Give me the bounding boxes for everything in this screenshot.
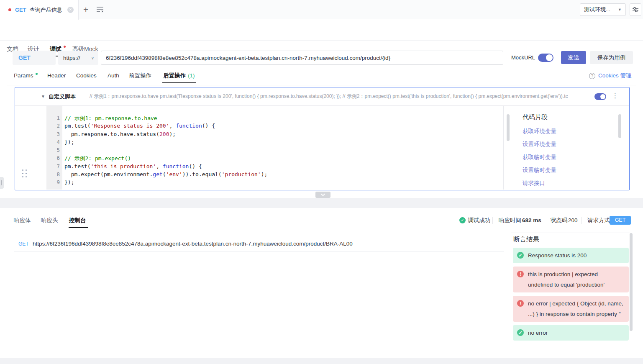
assertion-item: ✓no error [513,325,629,341]
tab-title: 查询产品信息 [30,6,62,14]
doc-nav: 文档 设计 调试 高级Mock [0,19,643,41]
code-line[interactable] [64,147,502,155]
request-method-label: 请求方式 [587,213,610,228]
url-input[interactable] [101,51,503,65]
tab-response-body[interactable]: 响应体 [14,213,31,228]
divider [492,217,493,224]
divider [511,233,630,233]
code-line[interactable]: }); [64,179,502,187]
code-line[interactable]: // 示例1: pm.response.to.have [64,115,502,123]
environment-select[interactable]: 测试环境... ▼ [580,3,626,16]
code-editor[interactable]: // 示例1: pm.response.to.havepm.test('Resp… [62,106,502,190]
params-dot-icon [36,73,38,75]
cookies-manage-link[interactable]: ? Cookies 管理 [589,69,632,82]
chevron-down-icon: ∨ [91,56,94,60]
error-circle-icon: ! [517,271,524,277]
code-snippets-panel: 代码片段 获取环境变量设置环境变量获取临时变量设置临时变量请求接口 [523,113,615,192]
add-tab-icon[interactable]: + [83,4,88,15]
tab-pre-operations[interactable]: 前置操作 [129,69,151,82]
assertion-text: this is production | expected undefined … [528,269,624,290]
sliders-icon [632,6,639,13]
panel-gap [0,198,643,208]
request-tab-strip: GET 查询产品信息 ✕ + 测试环境... ▼ [0,0,643,19]
more-menu-icon[interactable]: ⋮ [612,92,618,100]
custom-script-title: 自定义脚本 [49,93,76,100]
code-line[interactable]: pm.test('Response status is 200', functi… [64,123,502,131]
code-line[interactable]: }); [64,139,502,147]
status-code-label: 状态码 [551,213,568,228]
snippets-scrollbar[interactable] [618,114,621,138]
snippet-link[interactable]: 设置临时变量 [523,167,615,174]
divider [503,106,504,190]
assertion-item: !this is production | expected undefined… [513,267,629,292]
tab-auth[interactable]: Auth [108,69,119,82]
tab-header[interactable]: Header [47,69,66,82]
snippet-link[interactable]: 请求接口 [523,179,615,187]
drag-handle-icon[interactable] [22,169,27,177]
snippet-list: 获取环境变量设置环境变量获取临时变量设置临时变量请求接口 [523,128,615,187]
status-code-value: 200 [568,213,578,228]
divider [582,217,582,224]
success-check-icon: ✓ [459,217,466,223]
snippet-link[interactable]: 获取环境变量 [523,128,615,135]
custom-script-header[interactable]: ▼ 自定义脚本 // 示例1：pm.response.to.have pm.te… [15,87,629,106]
assertion-item: ✓Response status is 200 [513,248,629,263]
script-enabled-toggle[interactable] [594,93,606,100]
code-line[interactable]: // 示例2: pm.expect() [64,155,502,163]
collapsed-sidebar-handle[interactable] [0,177,4,189]
post-operations-count: (1) [188,72,195,79]
tab-cookies[interactable]: Cookies [76,69,97,82]
collapse-panel-handle[interactable] [315,192,330,198]
response-time-label: 响应时间 [499,213,521,228]
assertion-text: Response status is 200 [528,250,624,261]
console-request-url: https://6f236f196ddf439898f8e8ee852c478a… [33,238,353,249]
tab-response-headers[interactable]: 响应头 [41,213,58,228]
tab-post-operations[interactable]: 后置操作(1) [163,69,195,82]
debug-result: 调试成功 [468,213,490,228]
close-all-tabs-icon[interactable] [96,6,104,15]
unsaved-dot-icon [8,8,11,11]
custom-script-summary: // 示例1：pm.response.to.have pm.test('Resp… [90,93,568,100]
error-circle-icon: ! [517,300,524,307]
custom-script-block: ▼ 自定义脚本 // 示例1：pm.response.to.have pm.te… [15,87,630,190]
request-method-badge: GET [610,216,631,225]
toggle-knob [600,94,605,99]
divider [7,85,636,85]
code-line[interactable]: pm.expect(pm.environment.get('env')).to.… [64,171,502,179]
divider [14,251,504,252]
active-tab-underline [162,82,196,83]
divider [7,229,636,229]
assertion-item: !no error | expected { Object (id, name,… [513,296,629,322]
tab-console[interactable]: 控制台 [69,213,86,228]
snippet-link[interactable]: 设置环境变量 [523,141,615,148]
scheme-select-value: https:// [63,55,80,61]
code-gutter: 123456789 [46,106,62,190]
mock-url-toggle[interactable] [538,54,553,62]
method-select[interactable]: GET [13,51,56,65]
request-tab[interactable]: GET 查询产品信息 ✕ [0,0,79,20]
editor-scrollbar[interactable] [507,114,510,141]
response-time-value: 682 ms [522,213,541,228]
tab-params[interactable]: Params [14,69,38,82]
collapse-caret-icon[interactable]: ▼ [41,94,45,99]
page-bottom-margin [0,358,643,364]
code-line[interactable]: pm.test('this is production', function()… [64,163,502,171]
chevron-down-icon: ▼ [618,8,622,12]
check-circle-icon: ✓ [517,252,524,259]
scheme-select[interactable]: https:// ∨ [58,51,98,65]
snippets-title: 代码片段 [523,113,615,121]
send-button[interactable]: 发送 [561,51,586,64]
tab-method-label: GET [15,7,26,13]
assertion-text: no error [528,328,624,338]
unsaved-dot-icon [64,46,66,48]
close-tab-icon[interactable]: ✕ [67,7,74,13]
environment-settings-button[interactable] [630,3,641,16]
assertions-scrollbar[interactable] [630,233,633,331]
divider [511,233,511,342]
assertion-text: no error | expected { Object (id, name, … [528,298,624,319]
help-circle-icon: ? [589,73,595,79]
snippet-link[interactable]: 获取临时变量 [523,154,615,161]
save-as-case-button[interactable]: 保存为用例 [590,51,633,64]
chevron-down-icon [320,193,325,196]
code-line[interactable]: pm.response.to.have.status(200); [64,131,502,139]
